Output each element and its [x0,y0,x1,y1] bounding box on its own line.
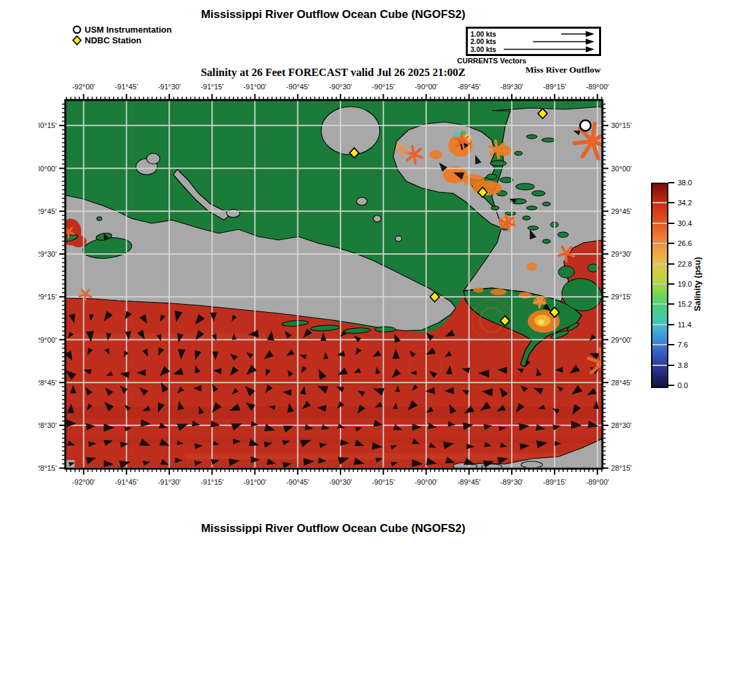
colorbar-tick-label: 0.0 [678,381,688,389]
colorbar-tick [668,303,674,305]
colorbar-tick [668,223,674,224]
colorbar-tick [668,385,674,386]
colorbar-tick [668,324,674,325]
svg-text:-90°00': -90°00' [414,83,438,91]
footer-title: Mississippi River Outflow Ocean Cube (NG… [0,522,666,535]
colorbar-level-line [652,283,667,285]
colorbar-level-line [652,202,667,203]
svg-text:-89°45': -89°45' [457,478,480,486]
colorbar-level-line [652,324,667,325]
svg-text:28°15': 28°15' [611,464,632,472]
vector-scale-arrows: 1.00 kts2.00 kts3.00 kts [468,29,599,54]
currents-vectors-caption: CURRENTS Vectors [457,57,564,65]
svg-text:3.00 kts: 3.00 kts [470,45,496,53]
svg-text:28°45': 28°45' [611,379,632,387]
svg-text:29°45': 29°45' [39,207,57,215]
svg-text:-89°45': -89°45' [457,83,480,91]
svg-text:-90°15': -90°15' [372,83,395,91]
svg-text:-89°15': -89°15' [543,83,566,91]
colorbar-label: Salinity (psu) [690,183,704,385]
svg-text:-90°30': -90°30' [329,83,353,91]
colorbar-tick [668,243,674,244]
svg-text:30°15': 30°15' [611,121,632,129]
svg-text:-90°45': -90°45' [286,478,309,486]
svg-text:1.00 kts: 1.00 kts [470,30,496,38]
svg-text:-90°15': -90°15' [372,478,395,486]
colorbar-tick-label: 3.8 [678,361,688,369]
colorbar-level-line [652,263,667,265]
colorbar-tick [668,182,674,183]
colorbar-tick [668,202,674,203]
figure-page: Mississippi River Outflow Ocean Cube (NG… [0,0,733,700]
colorbar-tick [668,283,674,285]
svg-text:29°30': 29°30' [39,250,57,258]
svg-text:-90°45': -90°45' [286,83,309,91]
svg-text:2.00 kts: 2.00 kts [470,37,496,45]
legend-row-ndbc: NDBC Station [72,35,172,45]
svg-text:28°30': 28°30' [39,421,57,429]
svg-text:30°15': 30°15' [39,121,57,129]
svg-text:-89°30': -89°30' [500,83,524,91]
region-label: Miss River Outflow [513,65,613,75]
svg-text:-91°30': -91°30' [158,83,181,91]
legend-row-usm: USM Instrumentation [72,24,172,35]
colorbar-tick-label: 11.4 [678,321,692,329]
svg-text:-89°30': -89°30' [500,478,524,486]
diamond-icon [72,35,82,45]
legend-label-ndbc: NDBC Station [85,35,141,45]
colorbar-tick [668,365,674,366]
colorbar-tick-label: 7.6 [678,341,688,349]
colorbar-tick [668,263,674,265]
svg-text:29°15': 29°15' [39,293,57,301]
svg-text:29°00': 29°00' [611,336,632,344]
svg-text:-91°45': -91°45' [115,478,138,486]
circle-icon [72,25,82,35]
svg-text:-89°15': -89°15' [543,478,566,486]
station-legend: USM Instrumentation NDBC Station [72,24,172,45]
colorbar-level-line [652,243,667,244]
colorbar-level-line [652,365,667,366]
colorbar-tick [668,344,674,345]
svg-text:30°00': 30°00' [611,165,632,173]
svg-text:-90°00': -90°00' [414,478,438,486]
page-title: Mississippi River Outflow Ocean Cube (NG… [0,8,666,21]
svg-text:-91°45': -91°45' [115,83,138,91]
svg-text:28°30': 28°30' [611,421,632,429]
svg-text:-91°15': -91°15' [201,83,224,91]
svg-text:30°00': 30°00' [39,165,57,173]
svg-text:-90°30': -90°30' [329,478,353,486]
svg-text:29°00': 29°00' [39,336,57,344]
svg-text:-91°30': -91°30' [158,478,181,486]
svg-text:28°15': 28°15' [39,464,57,472]
currents-vector-legend-box: 1.00 kts2.00 kts3.00 kts [466,27,601,56]
svg-text:29°15': 29°15' [611,293,632,301]
svg-text:28°45': 28°45' [39,379,57,387]
svg-text:-91°00': -91°00' [243,478,267,486]
colorbar-level-line [652,344,667,345]
svg-text:-92°00': -92°00' [72,83,95,91]
svg-text:-89°00': -89°00' [586,83,609,91]
svg-text:-91°00': -91°00' [243,83,267,91]
svg-text:-92°00': -92°00' [72,478,95,486]
salinity-map: -92°00'-92°00'-91°45'-91°45'-91°30'-91°3… [39,79,638,505]
legend-label-usm: USM Instrumentation [85,25,172,35]
svg-text:29°30': 29°30' [611,250,632,258]
svg-text:-91°15': -91°15' [201,478,224,486]
svg-text:29°45': 29°45' [611,207,632,215]
colorbar-level-line [652,223,667,224]
colorbar [651,183,668,388]
colorbar-level-line [652,303,667,305]
svg-text:-89°00': -89°00' [586,478,609,486]
